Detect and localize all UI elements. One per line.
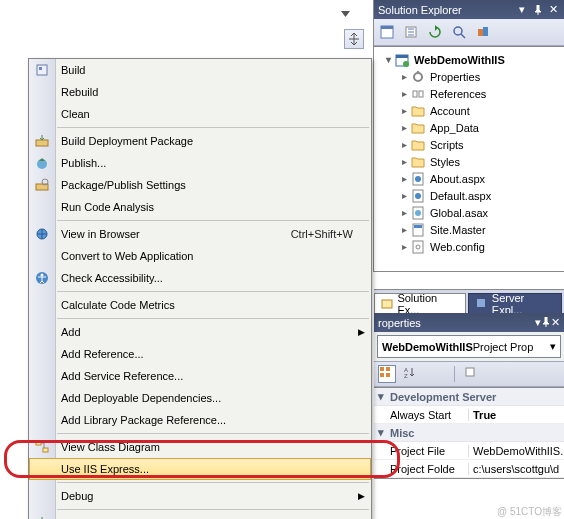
menu-item[interactable]: Use IIS Express...	[29, 458, 371, 480]
menu-item[interactable]: Add Deployable Dependencies...	[29, 387, 371, 409]
tab-solution-explorer[interactable]: Solution Ex...	[374, 293, 466, 314]
tree-item[interactable]: ▸App_Data	[374, 119, 564, 136]
expand-icon[interactable]: ▸	[398, 88, 410, 99]
tree-item[interactable]: ▸Account	[374, 102, 564, 119]
prop-key: Project Folde	[374, 463, 469, 475]
menu-item[interactable]: Add Reference...	[29, 343, 371, 365]
svg-rect-7	[396, 55, 408, 58]
menu-item[interactable]: View Class Diagram	[29, 436, 371, 458]
property-grid[interactable]: ▾Development Server Always Start True ▾M…	[374, 387, 564, 479]
menu-item[interactable]: Run Code Analysis	[29, 196, 371, 218]
close-icon[interactable]: ✕	[547, 3, 560, 16]
tree-item-label: Properties	[430, 71, 480, 83]
menu-item[interactable]: Add▶	[29, 321, 371, 343]
properties-icon[interactable]	[378, 23, 396, 41]
prop-project-file[interactable]: Project File WebDemoWithIIS.	[374, 442, 564, 460]
category-misc[interactable]: ▾Misc	[374, 424, 564, 442]
menu-item-label: Rebuild	[61, 86, 98, 98]
tree-item[interactable]: ▸Properties	[374, 68, 564, 85]
project-node[interactable]: ▾ WebDemoWithIIS	[374, 51, 564, 68]
expand-icon[interactable]: ▸	[398, 105, 410, 116]
project-icon	[394, 53, 410, 67]
svg-rect-41	[36, 441, 41, 445]
collapse-icon[interactable]: ▾	[382, 54, 394, 65]
pin-icon[interactable]	[541, 317, 551, 329]
svg-rect-20	[414, 225, 422, 228]
menu-item[interactable]: Add Service Reference...	[29, 365, 371, 387]
svg-point-40	[41, 274, 44, 277]
svg-rect-12	[419, 91, 423, 97]
server-tab-icon	[475, 297, 488, 311]
refresh-icon[interactable]	[426, 23, 444, 41]
folder-icon	[410, 155, 426, 169]
menu-item[interactable]: Check Accessibility...	[29, 267, 371, 289]
menu-item[interactable]: Calculate Code Metrics	[29, 294, 371, 316]
menu-item[interactable]: Publish...	[29, 152, 371, 174]
properties-label: roperties	[378, 317, 421, 329]
svg-rect-42	[43, 448, 48, 452]
expand-icon[interactable]: ▸	[398, 224, 410, 235]
expand-icon[interactable]: ▸	[398, 207, 410, 218]
browser-icon	[33, 225, 51, 243]
chevron-down-icon: ▾	[550, 340, 556, 353]
prop-value[interactable]: True	[469, 409, 564, 421]
category-dev-server[interactable]: ▾Development Server	[374, 388, 564, 406]
tree-item-label: Site.Master	[430, 224, 486, 236]
menu-item[interactable]: Clean	[29, 103, 371, 125]
expand-icon[interactable]: ▸	[398, 71, 410, 82]
tree-item[interactable]: ▸Web.config	[374, 238, 564, 255]
tree-item[interactable]: ▸Scripts	[374, 136, 564, 153]
accessibility-icon	[33, 269, 51, 287]
menu-item[interactable]: Add Project to Source Control...	[29, 512, 371, 519]
prop-always-start[interactable]: Always Start True	[374, 406, 564, 424]
svg-rect-5	[483, 27, 488, 36]
menu-item[interactable]: View in BrowserCtrl+Shift+W	[29, 223, 371, 245]
prop-key: Always Start	[374, 409, 469, 421]
tree-item[interactable]: ▸Site.Master	[374, 221, 564, 238]
menu-item[interactable]: Package/Publish Settings	[29, 174, 371, 196]
show-all-icon[interactable]	[402, 23, 420, 41]
svg-text:Z: Z	[404, 373, 408, 378]
view-designer-icon[interactable]	[474, 23, 492, 41]
submenu-arrow-icon: ▶	[358, 491, 365, 501]
tree-item[interactable]: ▸Styles	[374, 153, 564, 170]
expand-icon[interactable]: ▸	[398, 122, 410, 133]
categorized-icon[interactable]	[378, 365, 396, 383]
menu-item[interactable]: Build	[29, 59, 371, 81]
menu-item[interactable]: Build Deployment Package	[29, 130, 371, 152]
tree-item[interactable]: ▸About.aspx	[374, 170, 564, 187]
prop-project-folder[interactable]: Project Folde c:\users\scottgu\d	[374, 460, 564, 478]
menu-item[interactable]: Convert to Web Application	[29, 245, 371, 267]
expand-icon[interactable]: ▸	[398, 190, 410, 201]
menu-item[interactable]: Add Library Package Reference...	[29, 409, 371, 431]
view-code-icon[interactable]	[450, 23, 468, 41]
svg-rect-4	[478, 29, 483, 36]
alphabetical-icon[interactable]: AZ	[402, 365, 420, 383]
expand-icon[interactable]: ▸	[398, 241, 410, 252]
property-pages-icon[interactable]	[463, 365, 481, 383]
svg-rect-27	[380, 373, 384, 377]
tree-item[interactable]: ▸Global.asax	[374, 204, 564, 221]
expand-icon[interactable]: ▸	[398, 156, 410, 167]
properties-object-combo[interactable]: WebDemoWithIIS Project Prop ▾	[377, 335, 561, 358]
project-label: WebDemoWithIIS	[414, 54, 505, 66]
expand-icon[interactable]: ▸	[398, 173, 410, 184]
menu-item-label: Publish...	[61, 157, 106, 169]
resize-handle-icon[interactable]	[344, 29, 364, 49]
dropdown-icon[interactable]: ▾	[515, 3, 528, 16]
menu-item[interactable]: Rebuild	[29, 81, 371, 103]
tree-item[interactable]: ▸Default.aspx	[374, 187, 564, 204]
menu-item-label: Add Service Reference...	[61, 370, 183, 382]
dropdown-indicator-icon[interactable]	[340, 8, 351, 19]
settings-icon	[33, 176, 51, 194]
solution-tab-icon	[381, 297, 394, 311]
solution-tree[interactable]: ▾ WebDemoWithIIS ▸Properties▸References▸…	[374, 46, 564, 272]
expand-icon[interactable]: ▸	[398, 139, 410, 150]
folder-icon	[410, 121, 426, 135]
tab-server-explorer[interactable]: Server Expl...	[468, 293, 562, 314]
menu-item[interactable]: Debug▶	[29, 485, 371, 507]
tree-item[interactable]: ▸References	[374, 85, 564, 102]
pin-icon[interactable]	[531, 3, 544, 16]
menu-item-label: Add Deployable Dependencies...	[61, 392, 221, 404]
close-icon[interactable]: ✕	[551, 316, 560, 329]
